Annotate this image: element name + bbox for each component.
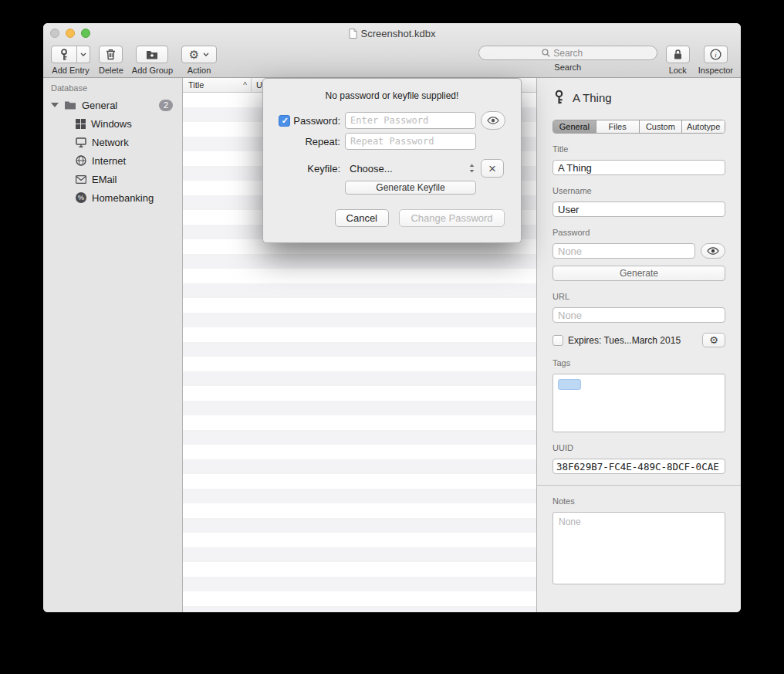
sidebar-item-label: Homebanking [92, 192, 154, 204]
window-title: Screenshot.kdbx [349, 28, 436, 39]
add-entry-dropdown-button[interactable] [77, 46, 90, 63]
key-icon [553, 90, 566, 105]
tab-files[interactable]: Files [596, 120, 640, 133]
dialog-password-label: Password: [293, 115, 340, 127]
sidebar-item-internet[interactable]: Internet [43, 151, 182, 170]
info-icon: i [710, 49, 721, 60]
toolbar: Add Entry Delete Add Group [43, 43, 741, 77]
password-field[interactable] [553, 243, 695, 259]
expires-row: Expires: Tues...March 2015 ⚙ [553, 333, 725, 347]
lock-icon [673, 49, 683, 60]
tags-label: Tags [553, 358, 725, 367]
sidebar-item-network[interactable]: Network [43, 133, 182, 151]
password-dialog: No password or keyfile supplied! Passwor… [262, 78, 522, 243]
window-chrome: Screenshot.kdbx Add Ent [43, 23, 741, 78]
clear-keyfile-button[interactable]: × [481, 159, 504, 178]
close-x-icon: × [488, 162, 496, 175]
folder-plus-icon [146, 49, 158, 59]
tool-add-group: Add Group [132, 46, 173, 75]
cancel-button[interactable]: Cancel [335, 209, 389, 227]
close-button[interactable] [50, 29, 59, 38]
folder-icon [64, 100, 76, 110]
keyfile-dropdown[interactable]: Choose... [345, 160, 476, 177]
dialog-repeat-label: Repeat: [305, 136, 340, 147]
inspector-button[interactable]: i [704, 46, 728, 63]
keyfile-dropdown-value: Choose... [350, 163, 393, 174]
uuid-label: UUID [553, 443, 725, 452]
add-group-button[interactable] [136, 46, 168, 63]
sidebar-item-label: Internet [92, 155, 126, 167]
tool-delete: Delete [99, 46, 123, 75]
notes-label: Notes [553, 496, 725, 506]
dialog-message: No password or keyfile supplied! [263, 90, 521, 101]
password-row: Password: [263, 111, 521, 128]
password-checkbox[interactable] [279, 115, 290, 127]
lock-label: Lock [669, 66, 687, 75]
inspector-label: Inspector [698, 66, 733, 75]
action-button[interactable]: ⚙ [181, 46, 217, 63]
delete-button[interactable] [99, 46, 123, 63]
enter-password-input[interactable] [345, 112, 476, 129]
reveal-password-button[interactable] [481, 111, 505, 130]
sidebar-item-windows[interactable]: Windows [43, 114, 182, 133]
url-label: URL [553, 292, 725, 301]
add-group-label: Add Group [132, 66, 173, 75]
sidebar-header: Database [43, 83, 182, 96]
tags-field[interactable] [553, 374, 725, 432]
sidebar-item-label: EMail [92, 174, 117, 185]
username-label: Username [553, 186, 725, 195]
sidebar-group-general[interactable]: General 2 [43, 96, 182, 114]
notes-field[interactable]: None [553, 512, 725, 584]
chevron-down-icon [203, 52, 209, 56]
tab-custom[interactable]: Custom [640, 120, 683, 133]
expires-label: Expires: Tues...March 2015 [568, 335, 681, 346]
title-label: Title [553, 144, 725, 154]
entry-count-badge: 2 [159, 100, 173, 111]
search-label: Search [554, 63, 581, 72]
expires-options-button[interactable]: ⚙ [702, 333, 725, 347]
minimize-button[interactable] [66, 29, 75, 38]
inspector-tabs: General Files Custom Autotype [553, 120, 725, 134]
repeat-password-input[interactable] [345, 133, 476, 150]
network-icon [76, 137, 86, 147]
disclosure-triangle-icon[interactable] [51, 103, 59, 107]
tag-chip[interactable] [558, 379, 581, 390]
url-field[interactable] [553, 307, 725, 323]
notes-placeholder: None [559, 517, 581, 527]
entry-header: A Thing [553, 89, 725, 106]
change-password-button[interactable]: Change Password [399, 209, 505, 227]
tab-autotype[interactable]: Autotype [682, 120, 725, 133]
expires-checkbox[interactable] [553, 335, 563, 346]
reveal-password-button[interactable] [701, 243, 725, 259]
window-title-text: Screenshot.kdbx [361, 28, 436, 39]
gear-icon: ⚙ [709, 334, 718, 346]
action-label: Action [188, 66, 211, 75]
sidebar-item-label: Windows [91, 118, 132, 130]
sidebar-item-email[interactable]: EMail [43, 170, 182, 188]
sort-ascending-icon [243, 81, 247, 90]
password-label: Password [553, 228, 725, 237]
username-field[interactable] [553, 202, 725, 217]
inspector-panel: A Thing General Files Custom Autotype Ti… [536, 78, 741, 612]
sidebar-item-homebanking[interactable]: % Homebanking [43, 188, 182, 207]
title-field[interactable] [553, 160, 725, 175]
tool-search: Search [478, 46, 657, 72]
column-title-label: Title [188, 80, 204, 90]
gear-icon: ⚙ [189, 49, 199, 60]
tab-general[interactable]: General [553, 120, 596, 133]
generate-keyfile-button[interactable]: Generate Keyfile [345, 181, 476, 195]
column-username-label: U [256, 80, 262, 90]
delete-label: Delete [99, 66, 123, 75]
search-input[interactable] [553, 48, 593, 59]
uuid-field[interactable] [553, 459, 725, 474]
sidebar-group-label: General [82, 100, 117, 111]
generate-password-button[interactable]: Generate [553, 266, 725, 281]
search-icon [542, 49, 550, 57]
tool-action: ⚙ Action [181, 46, 217, 75]
eye-icon [487, 117, 499, 124]
column-header-title[interactable]: Title [183, 78, 252, 92]
search-field[interactable] [478, 46, 657, 60]
add-entry-button[interactable] [51, 46, 77, 63]
lock-button[interactable] [666, 46, 690, 63]
zoom-button[interactable] [81, 29, 90, 38]
